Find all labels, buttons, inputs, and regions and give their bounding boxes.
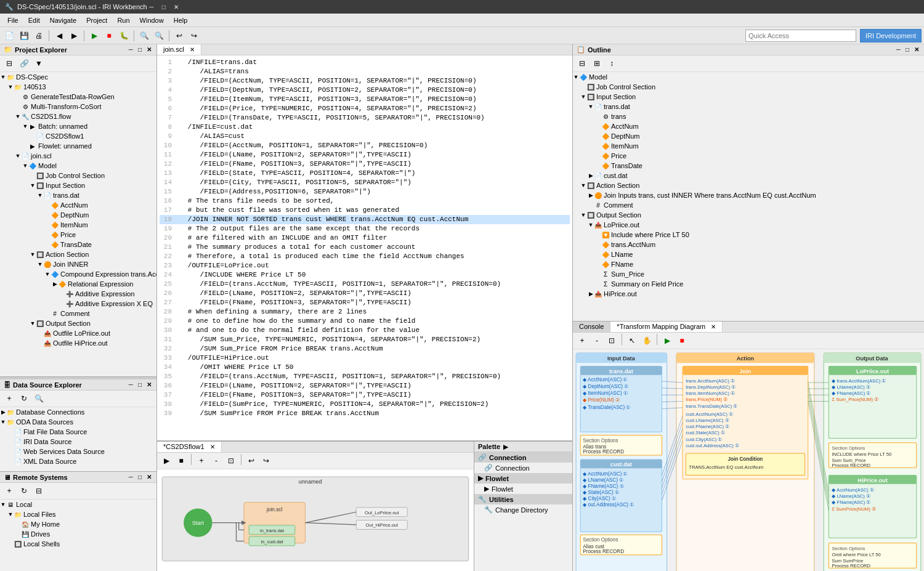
forward-button[interactable]: ▶ bbox=[67, 29, 81, 43]
tree-item[interactable]: #Comment bbox=[0, 309, 156, 318]
tree-item[interactable]: ▼🔲Action Section bbox=[0, 249, 156, 259]
tree-item[interactable]: ▶📤HiPrice.out bbox=[573, 289, 924, 299]
expand-arrow-icon[interactable]: ▼ bbox=[44, 271, 51, 277]
tree-item[interactable]: ▼🔲Input Section bbox=[573, 92, 924, 102]
tree-item[interactable]: ▼🖥Local bbox=[0, 500, 156, 509]
tab-join-scl-close[interactable]: ✕ bbox=[190, 46, 195, 53]
tab-transform-mapping-close[interactable]: ✕ bbox=[711, 323, 716, 330]
tree-item[interactable]: ▼📄join.scl bbox=[0, 151, 156, 161]
tab-console[interactable]: Console bbox=[573, 322, 610, 332]
menu-item-file[interactable]: File bbox=[2, 15, 23, 25]
expand-arrow-icon[interactable]: ▼ bbox=[30, 320, 36, 326]
palette-group-header[interactable]: ▶Flowlet bbox=[474, 473, 572, 484]
expand-arrow-icon[interactable]: ▼ bbox=[7, 84, 14, 90]
redo-button[interactable]: ↪ bbox=[187, 29, 201, 43]
tree-item[interactable]: ▼🔷Model bbox=[0, 161, 156, 171]
tm-fit-button[interactable]: ⊡ bbox=[605, 334, 618, 347]
tree-item[interactable]: 📄Flat File Data Source bbox=[0, 427, 156, 437]
expand-arrow-icon[interactable]: ▼ bbox=[0, 501, 6, 508]
expand-arrow-icon[interactable]: ▶ bbox=[0, 409, 6, 415]
tree-item[interactable]: ▼🔷Compound Expression trans.Acc bbox=[0, 269, 156, 279]
tree-item[interactable]: 🔶AcctNum bbox=[573, 121, 924, 131]
tree-item[interactable]: 📄CS2DSflow1 bbox=[0, 131, 156, 141]
rs-minimize-icon[interactable]: ─ bbox=[128, 473, 134, 481]
tree-item[interactable]: ▼📄trans.dat bbox=[0, 190, 156, 200]
outline-maximize-icon[interactable]: □ bbox=[904, 46, 910, 54]
tree-item[interactable]: 🔶DeptNum bbox=[573, 131, 924, 141]
expand-arrow-icon[interactable]: ▼ bbox=[30, 182, 36, 188]
tree-item[interactable]: 💾Drives bbox=[0, 529, 156, 539]
rs-close-icon[interactable]: ✕ bbox=[145, 473, 153, 481]
palette-item[interactable]: 🔗Connection bbox=[474, 463, 572, 473]
tm-zoom-in-button[interactable]: + bbox=[575, 334, 589, 347]
tree-item[interactable]: 🔶TransDate bbox=[573, 161, 924, 171]
tree-item[interactable]: 🔶ItemNum bbox=[0, 220, 156, 230]
tree-item[interactable]: 📤Outfile HiPrice.out bbox=[0, 338, 156, 348]
flow-stop-button[interactable]: ■ bbox=[174, 454, 188, 468]
tree-item[interactable]: ➕Additive Expression bbox=[0, 289, 156, 299]
tree-item[interactable]: ⚙GenerateTestData-RowGen bbox=[0, 92, 156, 102]
flow-canvas[interactable]: unnamed Start join.scl in_trans.dat in_c… bbox=[157, 469, 474, 571]
tree-item[interactable]: 🔽Include where Price LT 50 bbox=[573, 230, 924, 240]
tree-item[interactable]: 📄XML Data Source bbox=[0, 456, 156, 466]
tree-item[interactable]: 🔶FName bbox=[573, 259, 924, 269]
flow-redo-button[interactable]: ↪ bbox=[259, 454, 273, 468]
tree-item[interactable]: ▼🟠Join INNER bbox=[0, 259, 156, 269]
tab-transform-mapping[interactable]: *Transform Mapping Diagram ✕ bbox=[610, 322, 723, 332]
tree-item[interactable]: ▶Flowlet: unnamed bbox=[0, 141, 156, 151]
tree-item[interactable]: ▼📄trans.dat bbox=[573, 102, 924, 111]
tree-item[interactable]: ▶📄cust.dat bbox=[573, 171, 924, 180]
undo-button[interactable]: ↩ bbox=[172, 29, 186, 43]
palette-group-header[interactable]: 🔧Utilities bbox=[474, 494, 572, 504]
tm-select-button[interactable]: ↖ bbox=[625, 334, 639, 347]
dse-close-icon[interactable]: ✕ bbox=[145, 381, 153, 389]
tree-item[interactable]: ▼🔲Input Section bbox=[0, 180, 156, 190]
palette-group-header[interactable]: 🔗Connection bbox=[474, 452, 572, 463]
expand-arrow-icon[interactable]: ▼ bbox=[37, 192, 43, 198]
expand-arrow-icon[interactable]: ▼ bbox=[580, 94, 586, 100]
expand-arrow-icon[interactable]: ▼ bbox=[588, 103, 594, 110]
flow-run-button[interactable]: ▶ bbox=[160, 454, 173, 468]
dse-new-button[interactable]: + bbox=[2, 392, 16, 405]
code-content[interactable]: 1 /INFILE=trans.dat2 /ALIAS=trans3 /FIEL… bbox=[157, 55, 572, 440]
tree-item[interactable]: ΣSum_Price bbox=[573, 269, 924, 279]
tree-item[interactable]: 🔶TransDate bbox=[0, 240, 156, 249]
outline-collapse-icon[interactable]: ─ bbox=[895, 46, 902, 54]
tree-item[interactable]: ▶🟠Join Inputs trans, cust INNER Where tr… bbox=[573, 190, 924, 200]
pe-close-icon[interactable]: ✕ bbox=[145, 46, 153, 54]
tree-item[interactable]: ▼📤LoPriice.out bbox=[573, 220, 924, 230]
expand-arrow-icon[interactable]: ▼ bbox=[22, 163, 28, 169]
tree-item[interactable]: ➕Additive Expression X EQ bbox=[0, 299, 156, 309]
tree-item[interactable]: 🔲Job Control Section bbox=[0, 171, 156, 180]
tree-item[interactable]: 🔶Price bbox=[573, 151, 924, 161]
expand-arrow-icon[interactable]: ▼ bbox=[0, 419, 6, 425]
tree-item[interactable]: 🏠My Home bbox=[0, 519, 156, 529]
tree-item[interactable]: #Comment bbox=[573, 200, 924, 210]
tm-stop-button[interactable]: ■ bbox=[675, 334, 689, 347]
menu-item-run[interactable]: Run bbox=[112, 15, 134, 25]
dse-refresh-button[interactable]: ↻ bbox=[17, 392, 31, 405]
expand-arrow-icon[interactable]: ▶ bbox=[588, 192, 594, 198]
close-button[interactable]: ✕ bbox=[172, 2, 180, 11]
tree-item[interactable]: ▼▶Batch: unnamed bbox=[0, 121, 156, 131]
tree-item[interactable]: ▼📁140513 bbox=[0, 82, 156, 92]
tree-item[interactable]: 🔶trans.AcctNum bbox=[573, 240, 924, 249]
iri-development-button[interactable]: IRI Development bbox=[860, 29, 922, 43]
tree-item[interactable]: ⚙trans bbox=[573, 111, 924, 121]
outline-sort-button[interactable]: ↕ bbox=[605, 57, 618, 70]
expand-arrow-icon[interactable]: ▶ bbox=[588, 172, 594, 179]
zoom-out-button[interactable]: 🔍 bbox=[152, 29, 166, 43]
stop-button[interactable]: ■ bbox=[102, 29, 116, 43]
flow-content[interactable]: unnamed Start join.scl in_trans.dat in_c… bbox=[157, 469, 474, 571]
expand-arrow-icon[interactable]: ▼ bbox=[580, 212, 586, 218]
menu-item-help[interactable]: Help bbox=[169, 15, 193, 25]
print-button[interactable]: 🖨 bbox=[32, 29, 46, 43]
flow-fit-button[interactable]: ⊡ bbox=[224, 454, 238, 468]
tm-run-button[interactable]: ▶ bbox=[660, 334, 674, 347]
tree-item[interactable]: 🔶Price bbox=[0, 230, 156, 240]
tree-item[interactable]: ΣSummary on Field Price bbox=[573, 279, 924, 289]
dse-maximize-icon[interactable]: □ bbox=[137, 381, 143, 389]
quick-access-input[interactable] bbox=[745, 30, 856, 42]
palette-arrow-icon[interactable]: ▶ bbox=[502, 443, 509, 451]
expand-arrow-icon[interactable]: ▼ bbox=[0, 74, 6, 80]
